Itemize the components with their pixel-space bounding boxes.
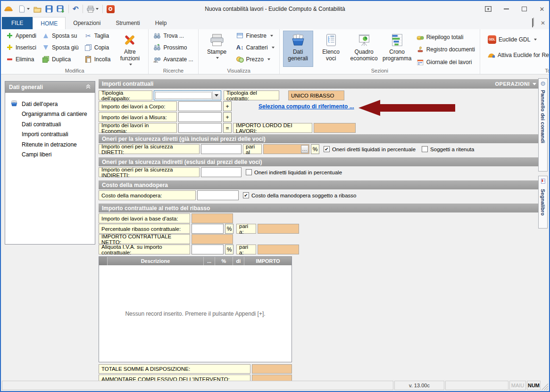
- misura-plus-button[interactable]: +: [223, 112, 232, 122]
- percent-button[interactable]: %: [311, 144, 319, 154]
- sidebar-item-importi-contrattuali[interactable]: Importi contrattuali: [5, 130, 95, 140]
- sposta-su-button[interactable]: Sposta su: [41, 31, 80, 41]
- iva-input[interactable]: [192, 245, 224, 254]
- sezione-quadro-economico-button[interactable]: Quadro economico: [349, 31, 379, 67]
- tab-file[interactable]: FILE: [2, 17, 33, 29]
- corpo-plus-button[interactable]: +: [223, 101, 232, 111]
- ribbon-group-sezioni: Dati generali Elenco voci Quadro economi…: [280, 29, 480, 74]
- new-document-icon: [18, 5, 25, 13]
- altre-funzioni-button[interactable]: Altre funzioni: [115, 31, 145, 67]
- doc-close-button[interactable]: ✕: [541, 20, 545, 26]
- equals-button[interactable]: =: [223, 123, 232, 133]
- sposta-giu-button[interactable]: Sposta giù: [41, 42, 80, 52]
- duplica-button[interactable]: Duplica: [41, 54, 80, 64]
- chevron-down-icon: [27, 8, 30, 10]
- importo-economia-input[interactable]: [178, 123, 222, 133]
- checkbox-checked[interactable]: [243, 192, 249, 198]
- sidebar-item-ritenute[interactable]: Ritenute in detrazione: [5, 139, 95, 150]
- giornale-lavori-button[interactable]: Giornale dei lavori: [415, 57, 476, 67]
- euclide-gdl-button[interactable]: GDL Euclide GDL: [486, 34, 550, 44]
- sezione-crono-programma-button[interactable]: Crono programma: [382, 31, 412, 67]
- riepilogo-totali-button[interactable]: Riepilogo totali: [415, 33, 476, 42]
- prossimo-button[interactable]: Prossimo: [152, 42, 194, 52]
- checkbox-unchecked[interactable]: [422, 146, 428, 152]
- stampe-button[interactable]: Stampe: [202, 31, 232, 67]
- save-as-button[interactable]: [55, 3, 67, 15]
- exit-button[interactable]: [105, 3, 117, 15]
- oneri-diretti-percentuale-checkbox-row: Oneri diretti liquidati in percentuale: [324, 144, 416, 154]
- ribasso-input[interactable]: [192, 224, 224, 234]
- open-folder-icon: [33, 6, 42, 13]
- print-button[interactable]: [85, 3, 100, 15]
- save-button[interactable]: [43, 3, 55, 15]
- undo-icon: ↶: [73, 5, 79, 13]
- tab-home[interactable]: HOME: [33, 17, 66, 29]
- restore-icon: [532, 18, 533, 27]
- new-document-button[interactable]: [17, 3, 32, 15]
- group-label-visualizza: Visualizza: [199, 68, 279, 74]
- prezzo-button[interactable]: Prezzo: [235, 54, 276, 64]
- contrattuale-netto-value: [192, 234, 233, 244]
- collapse-chevrons-icon[interactable]: [85, 84, 91, 90]
- scissors-icon: ✂: [84, 32, 92, 40]
- totale-somme-value: [252, 364, 292, 374]
- plus-yellow-icon: [7, 45, 12, 50]
- operazioni-menu[interactable]: OPERAZIONI: [495, 81, 536, 87]
- caratteri-button[interactable]: A↕Caratteri: [235, 42, 276, 52]
- tab-segnalibro[interactable]: Segnalibro: [538, 176, 548, 229]
- tipologia-appalto-combobox[interactable]: [154, 90, 221, 100]
- chevron-down-icon: [270, 35, 273, 37]
- iva-label: Aliquota I.V.A. su importo contrattuale:: [99, 245, 190, 254]
- sidebar-header[interactable]: Dati generali: [5, 82, 95, 93]
- close-button[interactable]: ✕: [539, 6, 545, 12]
- sezione-elenco-voci-button[interactable]: Elenco voci: [316, 31, 346, 67]
- sidebar-item-dati-contrattuali[interactable]: Dati contrattuali: [5, 119, 95, 130]
- titlebar: ↶ Nuova contabilità lavori - Euclide Com…: [1, 1, 549, 17]
- taglia-button[interactable]: ✂Taglia: [83, 31, 112, 41]
- importo-corpo-label: Importo dei lavori a Corpo:: [99, 101, 177, 111]
- pointer-arrow-icon: [358, 100, 380, 116]
- combo-dropdown-button[interactable]: [212, 91, 220, 99]
- chevron-down-icon: [534, 39, 537, 41]
- iva-percent-button[interactable]: %: [225, 245, 233, 254]
- inserisci-button[interactable]: Inserisci: [4, 42, 38, 52]
- checkbox-checked[interactable]: [324, 146, 330, 152]
- sidebar-item-dati-opera[interactable]: Dati dell'opera: [5, 99, 95, 109]
- copia-button[interactable]: Copia: [83, 42, 112, 52]
- doc-restore-button[interactable]: [532, 19, 533, 27]
- ribbon-pin-button[interactable]: [485, 6, 492, 12]
- open-button[interactable]: [32, 3, 43, 15]
- trova-button[interactable]: Trova ...: [152, 31, 194, 41]
- ellipsis-button[interactable]: ...: [301, 145, 308, 153]
- tab-help[interactable]: Help: [148, 17, 175, 29]
- pari-al-label: pari al: [243, 144, 262, 154]
- sezione-dati-generali-button[interactable]: Dati generali: [283, 31, 313, 67]
- undo-button[interactable]: ↶: [71, 3, 81, 15]
- maximize-button[interactable]: [521, 6, 527, 12]
- appendi-button[interactable]: Appendi: [4, 31, 38, 41]
- importo-corpo-input[interactable]: [178, 101, 222, 111]
- ribasso-percent-button[interactable]: %: [225, 224, 233, 234]
- checkbox-unchecked[interactable]: [246, 169, 252, 175]
- tab-strumenti[interactable]: Strumenti: [108, 17, 147, 29]
- tab-operazioni[interactable]: Operazioni: [66, 17, 108, 29]
- finestre-button[interactable]: Finestre: [235, 31, 276, 41]
- oneri-diretti-input[interactable]: [201, 144, 242, 154]
- resize-grip[interactable]: [542, 381, 548, 390]
- minimize-icon: [504, 8, 509, 9]
- avanzate-button[interactable]: ABC Avanzate ...: [152, 54, 194, 64]
- sidebar-item-campi-liberi[interactable]: Campi liberi: [5, 150, 95, 160]
- registro-documenti-button[interactable]: Registro documenti: [415, 45, 476, 54]
- manodopera-input[interactable]: [197, 190, 239, 200]
- seleziona-computo-link[interactable]: Seleziona computo di riferimento ...: [258, 103, 354, 110]
- chevron-down-icon: [129, 64, 132, 65]
- version-label: v. 13.00c: [394, 381, 444, 390]
- importo-misura-input[interactable]: [178, 112, 222, 122]
- minimize-button[interactable]: [503, 6, 509, 12]
- attiva-revit-button[interactable]: Attiva Euclide for Revit: [486, 50, 550, 60]
- tab-pannello-comandi[interactable]: ⚙ Pannello dei comandi: [538, 78, 548, 172]
- sidebar-item-organigramma[interactable]: Organigramma di cantiere: [5, 109, 95, 120]
- incolla-button[interactable]: Incolla: [83, 54, 112, 64]
- elimina-button[interactable]: Elimina: [4, 54, 38, 64]
- oneri-indiretti-input[interactable]: [201, 167, 242, 177]
